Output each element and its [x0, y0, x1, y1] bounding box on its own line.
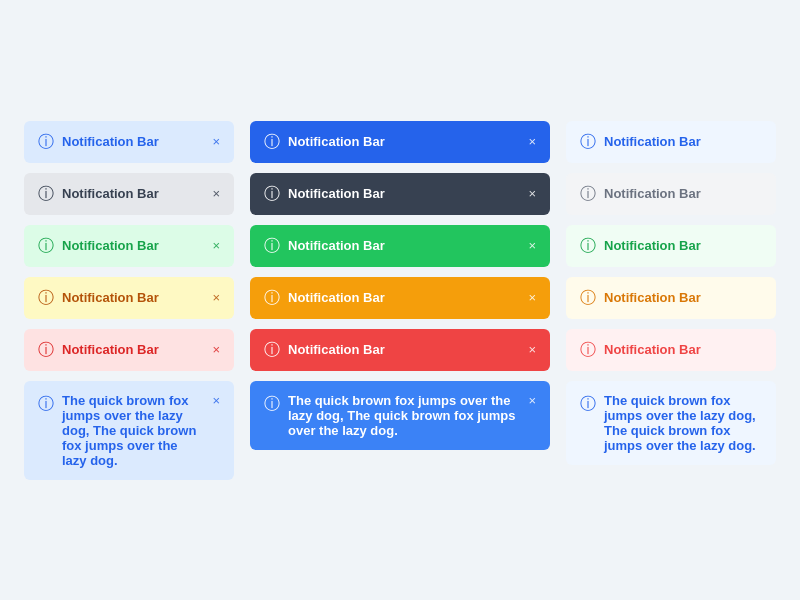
info-icon-center-green: ⓘ	[264, 236, 280, 257]
notif-text-right-multi: The quick brown fox jumps over the lazy …	[604, 393, 762, 453]
info-icon-center-yellow: ⓘ	[264, 288, 280, 309]
notification-bar-left-red: ⓘNotification Bar×	[24, 329, 234, 371]
notif-text-right-blue: Notification Bar	[604, 134, 759, 149]
close-button-center-dark[interactable]: ×	[528, 186, 536, 201]
notif-text-right-red: Notification Bar	[604, 342, 759, 357]
notif-left-center-blue: ⓘNotification Bar	[264, 131, 520, 153]
notif-text-left-green: Notification Bar	[62, 238, 202, 253]
notif-text-center-dark: Notification Bar	[288, 186, 520, 201]
close-button-left-green[interactable]: ×	[212, 238, 220, 253]
notification-bar-right-gray: ⓘNotification Bar	[566, 173, 776, 215]
notif-text-left-red: Notification Bar	[62, 342, 202, 357]
info-icon-right-blue: ⓘ	[580, 132, 596, 153]
notification-bar-center-dark: ⓘNotification Bar×	[250, 173, 550, 215]
info-icon-right-red: ⓘ	[580, 340, 596, 361]
notif-text-center-green: Notification Bar	[288, 238, 520, 253]
info-icon-right-gray: ⓘ	[580, 184, 596, 205]
notification-bar-center-green: ⓘNotification Bar×	[250, 225, 550, 267]
notif-left-left-red: ⓘNotification Bar	[38, 339, 204, 361]
notif-text-right-green: Notification Bar	[604, 238, 759, 253]
notification-bar-right-blue: ⓘNotification Bar	[566, 121, 776, 163]
close-button-left-blue[interactable]: ×	[212, 134, 220, 149]
notif-text-center-blue: Notification Bar	[288, 134, 520, 149]
notification-bar-right-multi: ⓘThe quick brown fox jumps over the lazy…	[566, 381, 776, 465]
notif-left-right-yellow: ⓘNotification Bar	[580, 287, 762, 309]
close-button-left-multi[interactable]: ×	[212, 393, 220, 408]
info-icon-right-green: ⓘ	[580, 236, 596, 257]
notif-left-center-green: ⓘNotification Bar	[264, 235, 520, 257]
notif-left-left-yellow: ⓘNotification Bar	[38, 287, 204, 309]
info-icon-left-multi: ⓘ	[38, 394, 54, 415]
info-icon-left-gray: ⓘ	[38, 184, 54, 205]
info-icon-right-multi: ⓘ	[580, 394, 596, 415]
notification-bar-right-red: ⓘNotification Bar	[566, 329, 776, 371]
close-button-center-red[interactable]: ×	[528, 342, 536, 357]
close-button-center-multi[interactable]: ×	[528, 393, 536, 408]
info-icon-center-red: ⓘ	[264, 340, 280, 361]
notif-text-center-yellow: Notification Bar	[288, 290, 520, 305]
notification-bar-left-green: ⓘNotification Bar×	[24, 225, 234, 267]
notif-text-center-multi: The quick brown fox jumps over the lazy …	[288, 393, 520, 438]
notification-bar-left-blue: ⓘNotification Bar×	[24, 121, 234, 163]
close-button-center-blue[interactable]: ×	[528, 134, 536, 149]
main-container: ⓘNotification Bar×ⓘNotification Bar×ⓘNot…	[4, 81, 796, 520]
notification-bar-center-multi: ⓘThe quick brown fox jumps over the lazy…	[250, 381, 550, 450]
notif-left-right-multi: ⓘThe quick brown fox jumps over the lazy…	[580, 393, 762, 453]
info-icon-center-multi: ⓘ	[264, 394, 280, 415]
close-button-center-green[interactable]: ×	[528, 238, 536, 253]
notif-left-left-multi: ⓘThe quick brown fox jumps over the lazy…	[38, 393, 204, 468]
notification-bar-left-multi: ⓘThe quick brown fox jumps over the lazy…	[24, 381, 234, 480]
close-button-center-yellow[interactable]: ×	[528, 290, 536, 305]
info-icon-left-red: ⓘ	[38, 340, 54, 361]
close-button-left-gray[interactable]: ×	[212, 186, 220, 201]
notif-text-center-red: Notification Bar	[288, 342, 520, 357]
notif-text-left-blue: Notification Bar	[62, 134, 202, 149]
notif-left-center-multi: ⓘThe quick brown fox jumps over the lazy…	[264, 393, 520, 438]
info-icon-left-yellow: ⓘ	[38, 288, 54, 309]
notif-text-right-gray: Notification Bar	[604, 186, 759, 201]
notif-left-center-dark: ⓘNotification Bar	[264, 183, 520, 205]
notif-left-right-blue: ⓘNotification Bar	[580, 131, 762, 153]
notification-bar-center-red: ⓘNotification Bar×	[250, 329, 550, 371]
notif-text-left-gray: Notification Bar	[62, 186, 202, 201]
info-icon-left-green: ⓘ	[38, 236, 54, 257]
notif-left-center-red: ⓘNotification Bar	[264, 339, 520, 361]
info-icon-center-blue: ⓘ	[264, 132, 280, 153]
notification-bar-right-green: ⓘNotification Bar	[566, 225, 776, 267]
notif-left-right-gray: ⓘNotification Bar	[580, 183, 762, 205]
notif-text-left-yellow: Notification Bar	[62, 290, 202, 305]
notification-bar-center-yellow: ⓘNotification Bar×	[250, 277, 550, 319]
notif-left-right-green: ⓘNotification Bar	[580, 235, 762, 257]
notification-bar-center-blue: ⓘNotification Bar×	[250, 121, 550, 163]
notif-left-left-gray: ⓘNotification Bar	[38, 183, 204, 205]
notification-bar-left-yellow: ⓘNotification Bar×	[24, 277, 234, 319]
close-button-left-yellow[interactable]: ×	[212, 290, 220, 305]
notification-bar-left-gray: ⓘNotification Bar×	[24, 173, 234, 215]
notif-left-left-green: ⓘNotification Bar	[38, 235, 204, 257]
info-icon-right-yellow: ⓘ	[580, 288, 596, 309]
close-button-left-red[interactable]: ×	[212, 342, 220, 357]
notif-left-left-blue: ⓘNotification Bar	[38, 131, 204, 153]
notif-left-right-red: ⓘNotification Bar	[580, 339, 762, 361]
notification-bar-right-yellow: ⓘNotification Bar	[566, 277, 776, 319]
info-icon-left-blue: ⓘ	[38, 132, 54, 153]
left-column: ⓘNotification Bar×ⓘNotification Bar×ⓘNot…	[24, 121, 234, 480]
info-icon-center-dark: ⓘ	[264, 184, 280, 205]
right-column: ⓘNotification BarⓘNotification BarⓘNotif…	[566, 121, 776, 465]
center-column: ⓘNotification Bar×ⓘNotification Bar×ⓘNot…	[250, 121, 550, 450]
notif-text-right-yellow: Notification Bar	[604, 290, 759, 305]
notif-text-left-multi: The quick brown fox jumps over the lazy …	[62, 393, 204, 468]
notif-left-center-yellow: ⓘNotification Bar	[264, 287, 520, 309]
